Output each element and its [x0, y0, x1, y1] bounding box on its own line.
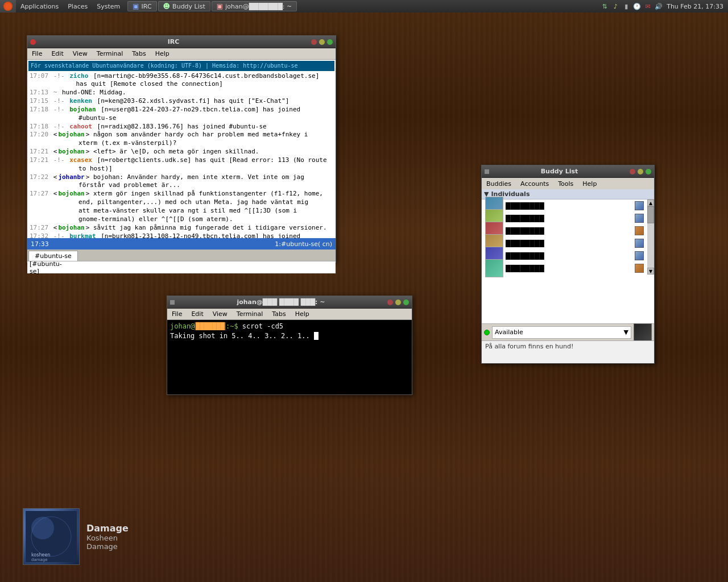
terminal-line-1: johan@███████:~$ scrot -cd5 [170, 322, 409, 331]
music-album: Damage [86, 542, 129, 551]
svg-point-2 [31, 517, 54, 539]
irc-menu-view[interactable]: View [68, 48, 92, 60]
terminal-icon-left [170, 300, 175, 305]
irc-input[interactable] [67, 264, 333, 271]
irc-title: IRC [36, 38, 311, 45]
buddy-menubar: Buddies Accounts Tools Help [482, 178, 654, 189]
terminal-menu-tabs[interactable]: Tabs [267, 309, 290, 320]
buddy-menu-buddies[interactable]: Buddies [482, 178, 516, 189]
terminal-menu-help[interactable]: Help [291, 309, 314, 320]
buddy-group-individuals[interactable]: ▼ Individuals [482, 189, 654, 199]
buddy-menu-help[interactable]: Help [578, 178, 601, 189]
irc-line: förstår vad problemet är... [30, 181, 333, 190]
buddy-status-icon [635, 251, 644, 260]
status-label: Available [495, 329, 523, 336]
places-menu[interactable]: Places [63, 0, 92, 13]
terminal-btn2[interactable] [395, 300, 401, 305]
terminal-btn3[interactable] [403, 300, 409, 305]
irc-statusbar: 17:33 1:#ubuntu-se( cn) [27, 238, 336, 250]
status-dropdown[interactable]: Available ▼ [492, 326, 631, 339]
irc-input-area: [#ubuntu-se] [27, 261, 336, 273]
terminal-titlebar: johan@███ ████ ███: ~ [167, 296, 412, 309]
ubuntu-icon-button[interactable] [0, 0, 16, 13]
irc-line: 17:15 -!- kenken [n=ken@203-62.xdsl.sydv… [30, 97, 333, 106]
buddy-status-bar: Available ▼ [482, 323, 654, 340]
irc-content: För svensktalande Ubuntuanvändare (kodni… [27, 60, 336, 238]
terminal-menu-view[interactable]: View [208, 309, 232, 320]
irc-menu-terminal[interactable]: Terminal [92, 48, 128, 60]
taskbar-irc-label: IRC [142, 3, 152, 10]
buddy-item[interactable]: ████████ [482, 212, 647, 225]
irc-messages: 17:07 -!- zicho [n=martin@c-bb99e355.68-… [28, 71, 334, 239]
buddy-status-icon [635, 214, 644, 223]
taskbar-irc[interactable]: ▣ IRC [127, 1, 156, 11]
buddy-item[interactable]: ████████ [482, 199, 647, 212]
irc-tabbar: #ubuntu-se [27, 250, 336, 261]
buddy-scrollbar[interactable]: ▲ ▼ [647, 199, 654, 275]
irc-input-prefix: [#ubuntu-se] [30, 260, 67, 275]
buddy-btn2[interactable] [638, 169, 643, 174]
irc-btn1[interactable] [311, 39, 317, 45]
irc-topic: För svensktalande Ubuntuanvändare (kodni… [28, 61, 334, 71]
irc-btn2[interactable] [319, 39, 325, 45]
music-info: Damage Kosheen Damage [86, 523, 129, 551]
taskbar-buddy-label: Buddy List [172, 3, 205, 10]
sys-tray: ⇅ ♪ ▮ 🕐 ✉ 🔊 [600, 2, 663, 11]
irc-taskbar-icon: ▣ [133, 2, 139, 10]
irc-line: gnome-terminal) eller ^[^[[D (som aterm)… [30, 215, 333, 224]
scrollbar-down-arrow[interactable]: ▼ [647, 268, 654, 275]
buddy-name: ████████ [506, 227, 632, 235]
buddy-item[interactable]: ████████ [482, 225, 647, 237]
scrollbar-thumb[interactable] [647, 206, 654, 223]
buddy-status-icon [635, 201, 644, 210]
buddy-btn1[interactable] [630, 169, 635, 174]
irc-menu-file[interactable]: File [27, 48, 47, 60]
irc-menu-tabs[interactable]: Tabs [127, 48, 150, 60]
terminal-content: johan@███████:~$ scrot -cd5 Taking shot … [167, 320, 412, 394]
taskbar-terminal[interactable]: ▣ johan@███████: ~ [212, 1, 297, 11]
irc-line: 17:20 < bojohan > någon som använder har… [30, 131, 333, 139]
clock: Thu Feb 21, 17:33 [667, 3, 723, 10]
buddy-item[interactable]: ████████ [482, 250, 647, 262]
irc-menu-help[interactable]: Help [151, 48, 174, 60]
terminal-btn1[interactable] [387, 300, 393, 305]
buddy-btn3[interactable] [646, 169, 651, 174]
irc-btn3[interactable] [327, 39, 333, 45]
buddy-menu-accounts[interactable]: Accounts [516, 178, 553, 189]
buddy-item[interactable]: ████████ [482, 237, 647, 250]
user-avatar[interactable] [634, 323, 652, 342]
terminal-menubar: File Edit View Terminal Tabs Help [167, 309, 412, 320]
applications-menu[interactable]: Applications [16, 0, 63, 13]
irc-line: 17:21 < bojohan > <left> är \e[D, och me… [30, 148, 333, 156]
album-art-svg: kosheen damage [26, 511, 77, 562]
speaker-icon[interactable]: 🔊 [654, 2, 663, 11]
battery-icon[interactable]: ▮ [622, 2, 631, 11]
buddy-name: ████████ [506, 252, 632, 260]
buddy-status-message: På alla forum finns en hund! [485, 343, 573, 350]
taskbar-buddy[interactable]: ☻ Buddy List [158, 1, 210, 11]
irc-line: to host)] [30, 165, 333, 173]
irc-tab-ubuntu-se[interactable]: #ubuntu-se [28, 251, 78, 261]
buddy-status-icon [635, 226, 644, 235]
buddy-menu-tools[interactable]: Tools [553, 178, 578, 189]
envelope-icon[interactable]: ✉ [643, 2, 652, 11]
irc-menu-edit[interactable]: Edit [47, 48, 68, 60]
status-available-dot [484, 330, 490, 335]
volume-icon[interactable]: ♪ [611, 2, 620, 11]
irc-close-icon[interactable] [30, 39, 36, 45]
system-menu[interactable]: System [92, 0, 125, 13]
terminal-menu-terminal[interactable]: Terminal [232, 309, 268, 320]
terminal-menu-file[interactable]: File [167, 309, 187, 320]
terminal-title: johan@███ ████ ███: ~ [175, 298, 387, 306]
clock-icon: 🕐 [632, 2, 642, 11]
terminal-menu-edit[interactable]: Edit [187, 309, 208, 320]
irc-line: 17:27 < bojohan > xterm gör ingen skilln… [30, 190, 333, 198]
buddy-item[interactable]: ████████ [482, 262, 647, 275]
network-icon[interactable]: ⇅ [600, 2, 609, 11]
taskbar: ▣ IRC ☻ Buddy List ▣ johan@███████: ~ [125, 0, 595, 13]
buddy-message-area[interactable]: På alla forum finns en hund! [482, 340, 654, 363]
irc-line: xterm (t.ex m-vänsterpil)? [30, 139, 333, 148]
terminal-window-controls [387, 300, 410, 305]
irc-titlebar-left [30, 39, 36, 45]
scrollbar-up-arrow[interactable]: ▲ [647, 199, 654, 206]
